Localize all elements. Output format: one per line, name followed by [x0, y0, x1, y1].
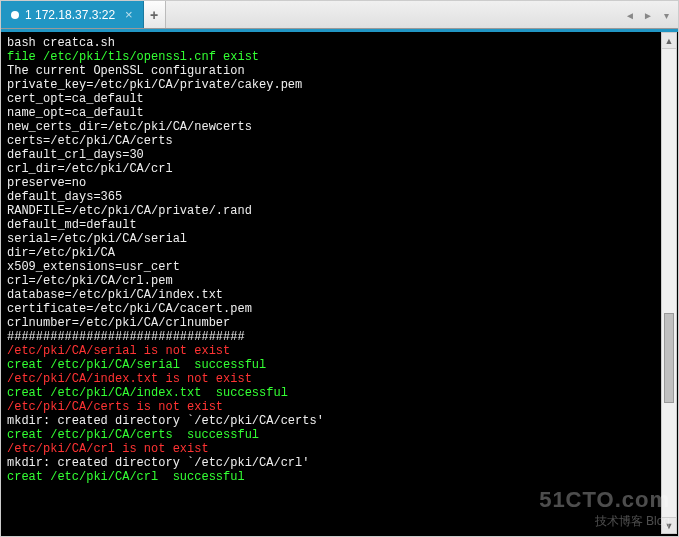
terminal-line: database=/etc/pki/CA/index.txt: [7, 288, 672, 302]
terminal-line: x509_extensions=usr_cert: [7, 260, 672, 274]
terminal-output[interactable]: bash creatca.shfile /etc/pki/tls/openssl…: [1, 32, 678, 537]
terminal-line: cert_opt=ca_default: [7, 92, 672, 106]
scroll-down-icon[interactable]: ▼: [662, 517, 676, 533]
terminal-line: default_days=365: [7, 190, 672, 204]
terminal-line: creat /etc/pki/CA/crl successful: [7, 470, 672, 484]
terminal-line: /etc/pki/CA/certs is not exist: [7, 400, 672, 414]
terminal-line: default_md=default: [7, 218, 672, 232]
terminal-line: mkdir: created directory `/etc/pki/CA/cr…: [7, 456, 672, 470]
scroll-up-icon[interactable]: ▲: [662, 33, 676, 49]
close-tab-icon[interactable]: ×: [125, 7, 133, 22]
terminal-line: The current OpenSSL configuration: [7, 64, 672, 78]
terminal-line: /etc/pki/CA/serial is not exist: [7, 344, 672, 358]
terminal-line: /etc/pki/CA/index.txt is not exist: [7, 372, 672, 386]
tab-nav-controls: ◄ ► ▾: [622, 1, 674, 29]
add-tab-button[interactable]: +: [144, 1, 166, 28]
scroll-thumb[interactable]: [664, 313, 674, 403]
terminal-line: mkdir: created directory `/etc/pki/CA/ce…: [7, 414, 672, 428]
terminal-line: crl_dir=/etc/pki/CA/crl: [7, 162, 672, 176]
terminal-line: preserve=no: [7, 176, 672, 190]
active-tab[interactable]: 1 172.18.37.3:22 ×: [1, 1, 144, 28]
terminal-line: serial=/etc/pki/CA/serial: [7, 232, 672, 246]
terminal-line: private_key=/etc/pki/CA/private/cakey.pe…: [7, 78, 672, 92]
terminal-line: default_crl_days=30: [7, 148, 672, 162]
terminal-line: bash creatca.sh: [7, 36, 672, 50]
tab-status-icon: [11, 11, 19, 19]
terminal-line: certificate=/etc/pki/CA/cacert.pem: [7, 302, 672, 316]
terminal-line: #################################: [7, 330, 672, 344]
terminal-line: creat /etc/pki/CA/certs successful: [7, 428, 672, 442]
scrollbar[interactable]: ▲ ▼: [661, 32, 677, 534]
tab-bar: 1 172.18.37.3:22 × + ◄ ► ▾: [1, 1, 678, 29]
terminal-line: creat /etc/pki/CA/serial successful: [7, 358, 672, 372]
next-tab-icon[interactable]: ►: [640, 6, 656, 24]
terminal-line: creat /etc/pki/CA/index.txt successful: [7, 386, 672, 400]
tab-menu-icon[interactable]: ▾: [658, 6, 674, 24]
terminal-line: name_opt=ca_default: [7, 106, 672, 120]
terminal-line: file /etc/pki/tls/openssl.cnf exist: [7, 50, 672, 64]
terminal-line: dir=/etc/pki/CA: [7, 246, 672, 260]
terminal-line: crlnumber=/etc/pki/CA/crlnumber: [7, 316, 672, 330]
terminal-line: crl=/etc/pki/CA/crl.pem: [7, 274, 672, 288]
terminal-line: /etc/pki/CA/crl is not exist: [7, 442, 672, 456]
terminal-line: RANDFILE=/etc/pki/CA/private/.rand: [7, 204, 672, 218]
prev-tab-icon[interactable]: ◄: [622, 6, 638, 24]
terminal-line: certs=/etc/pki/CA/certs: [7, 134, 672, 148]
tab-label: 1 172.18.37.3:22: [25, 8, 115, 22]
terminal-line: new_certs_dir=/etc/pki/CA/newcerts: [7, 120, 672, 134]
